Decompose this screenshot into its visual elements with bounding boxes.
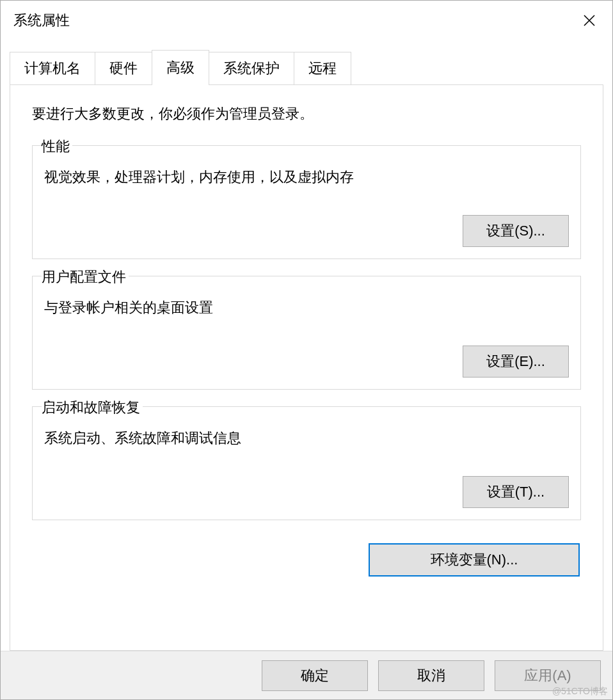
content-area: 计算机名 硬件 高级 系统保护 远程 要进行大多数更改，你必须作为管理员登录。 … <box>1 40 612 651</box>
group-startup-recovery-button-row: 设置(T)... <box>44 476 569 508</box>
window-title: 系统属性 <box>13 11 566 30</box>
group-performance-button-row: 设置(S)... <box>44 215 569 247</box>
group-user-profiles: 用户配置文件 与登录帐户相关的桌面设置 设置(E)... <box>32 276 581 390</box>
tab-computer-name[interactable]: 计算机名 <box>10 52 95 84</box>
bottom-bar: 确定 取消 应用(A) <box>1 651 612 699</box>
env-button-row: 环境变量(N)... <box>32 543 581 577</box>
titlebar: 系统属性 <box>1 1 612 40</box>
tab-system-protection[interactable]: 系统保护 <box>209 52 294 84</box>
startup-recovery-settings-button[interactable]: 设置(T)... <box>463 476 569 508</box>
group-user-profiles-title: 用户配置文件 <box>42 267 129 287</box>
system-properties-window: 系统属性 计算机名 硬件 高级 系统保护 远程 要进行大多数更改，你必须作为管理… <box>0 0 613 700</box>
group-performance: 性能 视觉效果，处理器计划，内存使用，以及虚拟内存 设置(S)... <box>32 145 581 259</box>
admin-note: 要进行大多数更改，你必须作为管理员登录。 <box>32 104 581 123</box>
group-performance-title: 性能 <box>42 137 72 156</box>
close-icon <box>583 14 596 27</box>
group-startup-recovery: 启动和故障恢复 系统启动、系统故障和调试信息 设置(T)... <box>32 406 581 520</box>
apply-button[interactable]: 应用(A) <box>495 660 601 691</box>
tabpanel-advanced: 要进行大多数更改，你必须作为管理员登录。 性能 视觉效果，处理器计划，内存使用，… <box>10 84 603 651</box>
performance-settings-button[interactable]: 设置(S)... <box>463 215 569 247</box>
user-profiles-settings-button[interactable]: 设置(E)... <box>463 346 569 378</box>
tab-advanced[interactable]: 高级 <box>152 50 209 85</box>
group-startup-recovery-desc: 系统启动、系统故障和调试信息 <box>44 429 569 448</box>
group-performance-desc: 视觉效果，处理器计划，内存使用，以及虚拟内存 <box>44 168 569 187</box>
tab-remote[interactable]: 远程 <box>294 52 351 84</box>
group-user-profiles-desc: 与登录帐户相关的桌面设置 <box>44 298 569 317</box>
tab-hardware[interactable]: 硬件 <box>95 52 152 84</box>
cancel-button[interactable]: 取消 <box>378 660 484 691</box>
tabstrip: 计算机名 硬件 高级 系统保护 远程 <box>10 49 603 84</box>
environment-variables-button[interactable]: 环境变量(N)... <box>369 543 580 577</box>
group-startup-recovery-title: 启动和故障恢复 <box>42 398 143 417</box>
group-user-profiles-button-row: 设置(E)... <box>44 346 569 378</box>
close-button[interactable] <box>566 1 612 40</box>
ok-button[interactable]: 确定 <box>262 660 368 691</box>
